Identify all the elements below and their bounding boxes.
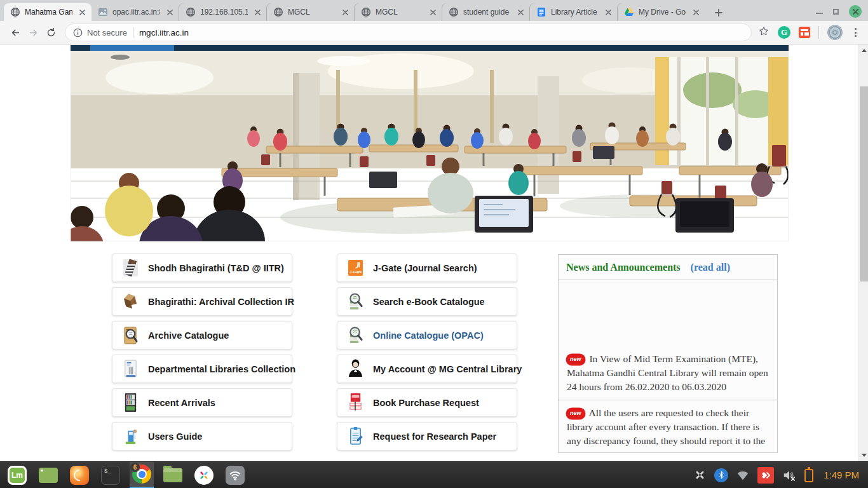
slack-tray-icon[interactable] <box>694 469 706 481</box>
users-guide-icon <box>122 426 139 447</box>
quick-link-label: Book Purchase Request <box>373 398 479 408</box>
gdrive-icon <box>624 7 634 17</box>
minimize-icon[interactable] <box>816 13 823 14</box>
omnibox-divider <box>133 27 133 37</box>
search-e-book-catalogue-button[interactable]: Search e-Book Catalogue <box>337 287 517 316</box>
shodh-bhagirathi-t-d-iitr-button[interactable]: Shodh Bhagirathi (T&D @ IITR) <box>112 254 292 282</box>
thesis-icon <box>122 257 139 278</box>
back-button[interactable] <box>6 24 24 41</box>
firefox-icon <box>70 466 89 485</box>
wifi-icon <box>226 466 245 485</box>
archive-catalogue-button[interactable]: Archive Catalogue <box>112 321 292 349</box>
globe-icon <box>273 7 283 17</box>
quick-link-label: Departmental Libraries Collection <box>148 364 295 374</box>
news-panel: News and Announcements (read all) new In… <box>558 254 778 453</box>
quick-links-middle-column: J-Gate (Journal Search)Search e-Book Cat… <box>337 254 517 456</box>
j-gate-journal-search-button[interactable]: J-Gate (Journal Search) <box>337 254 517 282</box>
slack-icon <box>194 466 214 485</box>
chrome-launcher[interactable]: 6 <box>130 462 154 488</box>
tab-192-168-105-14[interactable]: 192.168.105.14 <box>179 3 267 21</box>
tab-close-icon[interactable] <box>428 7 438 17</box>
chrome-window-count-badge: 6 <box>130 463 140 472</box>
address-bar[interactable]: Not secure mgcl.iitr.ac.in <box>65 24 752 41</box>
tab-title: opac.iitr.ac.in:8 <box>112 8 160 17</box>
files-launcher[interactable] <box>161 462 185 488</box>
network-tool-launcher[interactable] <box>223 462 247 488</box>
terminal-launcher[interactable]: $_ <box>98 462 123 488</box>
extension-icon[interactable] <box>799 27 810 38</box>
terminal-icon: $_ <box>101 466 120 485</box>
tab-close-icon[interactable] <box>252 7 262 17</box>
recent-arrivals-button[interactable]: Recent Arrivals <box>112 388 292 417</box>
news-item: new In View of Mid Term Examination (MTE… <box>559 280 777 400</box>
news-read-all-link[interactable]: (read all) <box>691 262 730 273</box>
info-icon[interactable] <box>73 28 83 37</box>
forward-button[interactable] <box>24 24 42 41</box>
archive-box-icon <box>122 291 139 312</box>
tab-close-icon[interactable] <box>340 7 350 17</box>
reload-button[interactable] <box>42 24 60 41</box>
globe-icon <box>10 7 20 17</box>
tab-my-drive-goo[interactable]: My Drive - Goo <box>618 3 705 21</box>
battery-icon[interactable] <box>804 468 813 482</box>
tab-close-icon[interactable] <box>515 7 526 17</box>
tab-close-icon[interactable] <box>165 7 175 17</box>
grammarly-extension-icon[interactable]: G <box>778 26 790 39</box>
research-paper-icon <box>347 426 364 447</box>
page-viewport: Shodh Bhagirathi (T&D @ IITR)Bhagirathi:… <box>0 44 868 461</box>
tab-close-icon[interactable] <box>691 7 701 17</box>
departmental-libraries-collection-button[interactable]: Departmental Libraries Collection <box>112 355 292 383</box>
news-items: new In View of Mid Term Examination (MTE… <box>559 280 777 453</box>
tab-title: student guide <box>463 8 511 17</box>
users-guide-button[interactable]: Users Guide <box>112 422 292 451</box>
security-label: Not secure <box>87 28 127 37</box>
firefox-launcher[interactable] <box>67 462 92 488</box>
mint-logo-icon: Lm <box>8 466 27 485</box>
news-item-text: new In View of Mid Term Examination (MTE… <box>567 352 769 394</box>
quick-link-label: Bhagirathi: Archival Collection IR <box>148 297 294 307</box>
book-purchase-icon <box>347 392 364 413</box>
maximize-icon[interactable] <box>833 9 839 15</box>
browser-menu-icon[interactable] <box>851 25 860 39</box>
tab-mgcl[interactable]: MGCL <box>355 3 442 21</box>
scrollbar-up-icon[interactable] <box>859 46 868 55</box>
scrollbar-down-icon[interactable] <box>859 451 868 460</box>
tab-student-guide[interactable]: student guide <box>442 3 530 21</box>
online-catalogue-opac-button[interactable]: Online Catalogue (OPAC) <box>337 321 517 349</box>
close-icon[interactable] <box>849 5 862 18</box>
tab-mgcl[interactable]: MGCL <box>267 3 355 21</box>
mint-menu-button[interactable]: Lm <box>5 462 29 488</box>
tab-close-icon[interactable] <box>603 7 613 17</box>
new-badge: new <box>567 355 585 365</box>
quick-link-label: Shodh Bhagirathi (T&D @ IITR) <box>148 263 284 273</box>
scrollbar-thumb[interactable] <box>860 86 868 281</box>
new-tab-button[interactable] <box>710 4 727 21</box>
tab-close-icon[interactable] <box>77 7 87 17</box>
tab-title: Library Article D <box>551 8 599 17</box>
desktop-icon <box>39 468 58 483</box>
bookmark-star-icon[interactable] <box>758 25 770 39</box>
bhagirathi-archival-collection-ir-button[interactable]: Bhagirathi: Archival Collection IR <box>112 287 292 316</box>
bluetooth-icon[interactable] <box>714 468 728 482</box>
quick-link-label: My Account @ MG Central Library <box>373 364 522 374</box>
jgate-icon <box>347 257 364 278</box>
my-account-mg-central-library-button[interactable]: My Account @ MG Central Library <box>337 355 517 383</box>
volume-muted-icon[interactable] <box>782 468 796 482</box>
request-for-research-paper-button[interactable]: Request for Research Paper <box>337 422 517 451</box>
book-purchase-request-button[interactable]: Book Purchase Request <box>337 388 517 417</box>
quick-link-label: Users Guide <box>148 431 202 442</box>
wifi-signal-icon[interactable] <box>736 469 749 482</box>
slack-launcher[interactable] <box>192 462 216 488</box>
profile-avatar[interactable] <box>827 25 843 40</box>
tab-title: MGCL <box>288 8 336 17</box>
tab-mahatma-gand[interactable]: Mahatma Gand <box>4 3 92 21</box>
anydesk-icon[interactable] <box>757 467 774 484</box>
page-scrollbar[interactable] <box>858 44 868 461</box>
browser-toolbar: Not secure mgcl.iitr.ac.in G <box>0 21 868 44</box>
tab-opac-iitr-ac-in-8[interactable]: opac.iitr.ac.in:8 <box>92 3 179 21</box>
site-navbar-active-item[interactable] <box>90 45 174 51</box>
tab-library-article-d[interactable]: Library Article D <box>530 3 618 21</box>
show-desktop-button[interactable] <box>36 462 60 488</box>
taskbar-clock[interactable]: 1:49 PM <box>824 470 859 480</box>
system-tray: 1:49 PM <box>694 467 863 484</box>
